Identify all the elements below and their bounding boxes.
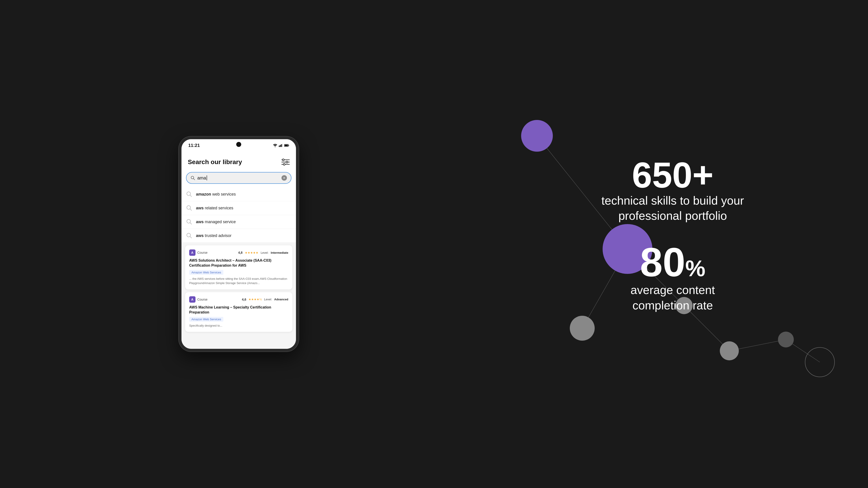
course-rating-level-2: 4,6 ★★★★½ Level: Advanced [242, 298, 288, 301]
rating-score-1: 4,8 [238, 251, 242, 254]
suggestions-list: amazon web services aws related services… [182, 187, 296, 243]
svg-rect-2 [280, 145, 281, 147]
stars-2: ★★★★½ [248, 298, 262, 301]
filter-sliders-icon [281, 159, 290, 165]
course-description-1: ... the AWS services before sitting the … [189, 277, 288, 285]
course-card-2[interactable]: A Course 4,6 ★★★★½ Level: Advanced AWS M… [185, 292, 292, 332]
status-icons [273, 144, 289, 147]
phone-time: 11:21 [188, 143, 200, 148]
level-label-2: Level: [264, 298, 272, 301]
suggestion-search-icon-1 [186, 191, 192, 197]
suggestion-text-2: aws related services [196, 206, 233, 211]
stat-2-percent: % [685, 257, 706, 279]
course-card-1-header: A Course 4,8 ★★★★★ Level: Intermediate [189, 249, 288, 256]
svg-point-32 [570, 316, 595, 341]
level-value-1: Intermediate [271, 251, 288, 254]
course-cards-area: A Course 4,8 ★★★★★ Level: Intermediate A… [182, 243, 296, 335]
svg-rect-7 [284, 145, 288, 147]
course-card-2-header: A Course 4,6 ★★★★½ Level: Advanced [189, 296, 288, 303]
provider-icon-2: A [189, 296, 195, 303]
filter-button[interactable] [281, 158, 290, 166]
svg-rect-1 [279, 146, 280, 147]
suggestion-search-icon-2 [186, 205, 192, 211]
rating-score-2: 4,6 [242, 298, 246, 301]
svg-rect-6 [288, 145, 289, 146]
course-provider-tag-2[interactable]: Amazon Web Services [189, 317, 223, 322]
svg-line-23 [190, 237, 191, 238]
suggestion-text-1: amazon web services [196, 192, 236, 197]
stat-2-description: average content completion rate [601, 282, 744, 313]
course-type-badge-1: A Course [189, 249, 208, 256]
clear-button[interactable]: ✕ [281, 175, 287, 181]
suggestion-search-icon-3 [186, 219, 192, 225]
svg-point-35 [778, 332, 794, 347]
app-title: Search our library [188, 158, 242, 166]
battery-icon [284, 144, 289, 147]
stars-1: ★★★★★ [245, 251, 258, 254]
signal-icon [279, 144, 283, 147]
stat-1-number: 650+ [601, 157, 744, 193]
stat-1-description: technical skills to build your professio… [601, 193, 744, 224]
wifi-icon [273, 144, 277, 147]
course-card-1[interactable]: A Course 4,8 ★★★★★ Level: Intermediate A… [185, 245, 292, 289]
course-rating-level-1: 4,8 ★★★★★ Level: Intermediate [238, 251, 288, 254]
svg-line-19 [190, 209, 191, 210]
course-title-1: AWS Solutions Architect – Associate (SAA… [189, 258, 288, 268]
suggestion-text-4: aws trusted advisor [196, 233, 231, 238]
right-section: 650+ technical skills to build your prof… [477, 0, 868, 488]
suggestion-search-icon-4 [186, 233, 192, 239]
app-header: Search our library [182, 152, 296, 170]
course-type-label-1: Course [197, 251, 208, 254]
provider-icon-1: A [189, 249, 195, 256]
course-description-2: Specifically designed to... [189, 324, 288, 328]
svg-point-0 [275, 147, 275, 147]
left-section: 11:21 [0, 0, 477, 488]
level-value-2: Advanced [274, 298, 288, 301]
level-label-1: Level: [261, 251, 269, 254]
suggestion-item[interactable]: amazon web services [182, 187, 296, 201]
phone-camera [236, 142, 241, 147]
suggestion-text-3: aws managed service [196, 219, 236, 224]
svg-point-30 [521, 120, 553, 152]
svg-line-17 [190, 195, 191, 196]
svg-point-11 [282, 159, 284, 161]
svg-line-15 [193, 179, 195, 180]
course-type-badge-2: A Course [189, 296, 208, 303]
phone-status-bar: 11:21 [182, 139, 296, 152]
svg-line-21 [190, 223, 191, 224]
search-bar[interactable]: ama ✕ [186, 172, 291, 184]
stat-2-number: 80 [640, 242, 685, 282]
svg-rect-4 [282, 144, 283, 147]
phone-mockup: 11:21 [179, 136, 299, 352]
svg-point-34 [720, 341, 739, 360]
course-provider-tag-1[interactable]: Amazon Web Services [189, 270, 223, 275]
phone-screen: Search our library [182, 152, 296, 349]
svg-rect-3 [281, 144, 282, 147]
svg-point-13 [283, 163, 285, 165]
svg-point-12 [286, 161, 288, 163]
course-type-label-2: Course [197, 298, 208, 301]
suggestion-item[interactable]: aws managed service [182, 215, 296, 229]
search-bar-container: ama ✕ [182, 170, 296, 187]
course-title-2: AWS Machine Learning – Specialty Certifi… [189, 305, 288, 315]
suggestion-item[interactable]: aws trusted advisor [182, 229, 296, 243]
search-icon [190, 176, 195, 180]
search-input[interactable]: ama [197, 176, 279, 181]
suggestion-item[interactable]: aws related services [182, 201, 296, 215]
